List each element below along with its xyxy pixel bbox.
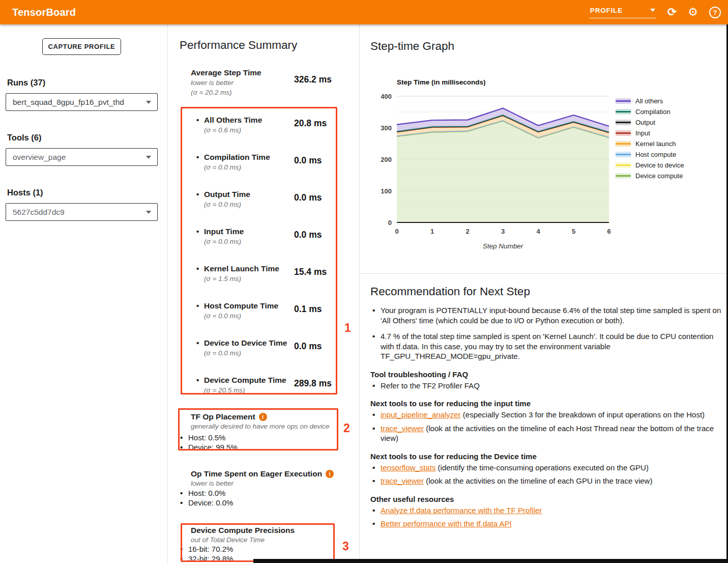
- metric-value: 15.4 ms: [294, 267, 327, 277]
- dashboard-selector[interactable]: PROFILE: [589, 7, 656, 18]
- metric-sigma: (σ = 1.5 ms): [204, 275, 241, 283]
- recommendation-section: Recommendation for Next Step Your progra…: [370, 285, 722, 532]
- metric-label: Compilation Time: [204, 153, 270, 162]
- legend-label: All others: [635, 97, 663, 105]
- svg-text:4: 4: [536, 228, 540, 235]
- svg-text:300: 300: [381, 124, 392, 132]
- block-title-text: Device Compute Precisions: [191, 526, 295, 535]
- step-time-graph-title: Step-time Graph: [370, 40, 454, 53]
- legend-swatch-icon: [616, 162, 631, 168]
- bottom-frame-bar: [253, 559, 728, 563]
- list-item: Device: 99.5%: [188, 443, 238, 452]
- link-description: (especially Section 3 for the breakdown …: [461, 410, 705, 419]
- svg-text:400: 400: [381, 93, 392, 100]
- recommendation-bullets: Your program is POTENTIALLY input-bound …: [370, 305, 722, 361]
- sidebar: CAPTURE PROFILE Runs (37) bert_squad_8gp…: [0, 24, 168, 563]
- chart-legend: All othersCompilationOutputInputKernel l…: [616, 96, 684, 181]
- legend-swatch-icon: [616, 141, 631, 147]
- svg-text:2: 2: [465, 228, 469, 235]
- resources-list: Analyze tf.data performance with the TF …: [370, 505, 722, 529]
- legend-label: Compilation: [635, 108, 671, 116]
- metric-subtitle: lower is better: [191, 79, 234, 87]
- header-actions: PROFILE ⟳ ⚙ ?: [589, 7, 721, 18]
- legend-item: Host compute: [616, 149, 684, 160]
- tensorflow-stats-link[interactable]: tensorflow_stats: [381, 463, 435, 472]
- legend-label: Kernel launch: [635, 140, 676, 148]
- hosts-dropdown-value: 5627c5dd7dc9: [13, 208, 146, 217]
- trace-viewer-link[interactable]: trace_viewer: [381, 424, 424, 433]
- device-tools-list: tensorflow_stats (identify the time-cons…: [370, 463, 722, 486]
- runs-dropdown-value: bert_squad_8gpu_fp16_pvt_thd: [13, 98, 146, 107]
- resources-heading: Other useful resources: [370, 495, 722, 503]
- info-icon[interactable]: [259, 413, 267, 421]
- list-item: Host: 0.0%: [188, 489, 225, 497]
- runs-dropdown[interactable]: bert_squad_8gpu_fp16_pvt_thd: [6, 93, 158, 111]
- metric-value: 289.8 ms: [294, 378, 332, 389]
- metric-value: 326.2 ms: [294, 74, 332, 85]
- list-item: input_pipeline_analyzer (especially Sect…: [370, 410, 722, 420]
- recommendation-bullet: Your program is POTENTIALLY input-bound …: [370, 305, 722, 325]
- metric-row-host-compute: Host Compute Time (σ = 0.0 ms) 0.1 ms: [168, 301, 343, 332]
- gear-icon[interactable]: ⚙: [688, 7, 698, 18]
- metric-value: 0.0 ms: [294, 230, 322, 240]
- legend-item: Output: [616, 117, 684, 128]
- link-description: (look at the activities on the timeline …: [424, 476, 652, 485]
- input-pipeline-analyzer-link[interactable]: input_pipeline_analyzer: [381, 410, 461, 419]
- block-subtitle: generally desired to have more ops on de…: [191, 423, 329, 430]
- tfdata-api-link[interactable]: Better performance with the tf.data API: [381, 519, 512, 528]
- legend-item: Kernel launch: [616, 138, 684, 149]
- svg-text:6: 6: [607, 228, 610, 235]
- legend-swatch-icon: [616, 120, 631, 125]
- metric-row-all-others: All Others Time (σ = 0.6 ms) 20.8 ms: [168, 116, 343, 146]
- info-icon[interactable]: [326, 470, 334, 478]
- legend-item: Input: [616, 128, 684, 138]
- faq-heading: Tool troubleshooting / FAQ: [370, 370, 722, 379]
- metric-value: 20.8 ms: [294, 118, 327, 129]
- faq-list: Refer to the TF2 Profiler FAQ: [370, 381, 722, 391]
- link-description: (identify the time-consuming operations …: [435, 463, 649, 472]
- list-item: Device: 0.0%: [188, 498, 233, 507]
- metric-value: 0.1 ms: [294, 304, 322, 315]
- legend-label: Output: [635, 119, 655, 126]
- svg-text:0: 0: [395, 228, 398, 235]
- tools-dropdown[interactable]: overview_page: [6, 148, 158, 166]
- chart-x-axis-label: Step Number: [397, 242, 609, 250]
- device-tools-heading: Next tools to use for reducing the Devic…: [370, 452, 722, 461]
- section-divider: [360, 273, 728, 274]
- legend-item: All others: [616, 96, 684, 106]
- list-item: Analyze tf.data performance with the TF …: [370, 505, 722, 516]
- dashboard-selector-value: PROFILE: [590, 7, 623, 14]
- refresh-icon[interactable]: ⟳: [667, 7, 677, 18]
- legend-swatch-icon: [616, 109, 631, 115]
- metric-value: 0.0 ms: [294, 341, 322, 352]
- capture-profile-button[interactable]: CAPTURE PROFILE: [42, 38, 121, 55]
- eager-execution-title: Op Time Spent on Eager Execution: [191, 469, 334, 478]
- list-item: 32-bit: 29.8%: [188, 554, 233, 563]
- list-item: 16-bit: 70.2%: [188, 545, 233, 553]
- list-item: Better performance with the tf.data API: [370, 519, 722, 529]
- metric-sigma: (σ = 0.0 ms): [204, 238, 241, 245]
- app-title: TensorBoard: [12, 7, 76, 18]
- hosts-dropdown[interactable]: 5627c5dd7dc9: [6, 203, 158, 221]
- tfdata-profiler-link[interactable]: Analyze tf.data performance with the TF …: [381, 506, 542, 515]
- link-description: (look at the activities on the timeline …: [381, 424, 714, 443]
- step-time-chart: 01002003004000123456: [370, 92, 612, 237]
- device-precisions-title: Device Compute Precisions: [191, 526, 295, 535]
- metric-sigma: (σ = 0.0 ms): [204, 163, 241, 171]
- block-subtitle: lower is better: [191, 480, 234, 487]
- metric-sigma: (σ = 20.2 ms): [191, 89, 232, 96]
- legend-label: Input: [635, 129, 650, 137]
- legend-item: Device compute: [616, 171, 684, 181]
- input-tools-list: input_pipeline_analyzer (especially Sect…: [370, 410, 722, 443]
- hosts-label: Hosts (1): [7, 188, 43, 198]
- svg-text:3: 3: [501, 228, 505, 235]
- list-item: Refer to the TF2 Profiler FAQ: [370, 381, 722, 391]
- legend-swatch-icon: [616, 152, 631, 157]
- metric-label: Input Time: [204, 227, 244, 236]
- trace-viewer-link[interactable]: trace_viewer: [381, 476, 424, 485]
- help-icon[interactable]: ?: [709, 7, 721, 18]
- tools-dropdown-value: overview_page: [13, 153, 146, 162]
- metric-sigma: (σ = 0.6 ms): [204, 126, 241, 134]
- block-subtitle: out of Total Device Time: [191, 536, 265, 544]
- svg-text:0: 0: [388, 219, 392, 227]
